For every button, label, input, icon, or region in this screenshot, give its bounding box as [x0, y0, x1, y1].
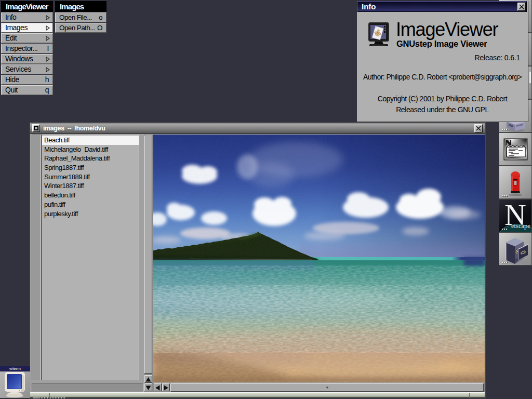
svg-text:etscape: etscape: [511, 222, 530, 230]
